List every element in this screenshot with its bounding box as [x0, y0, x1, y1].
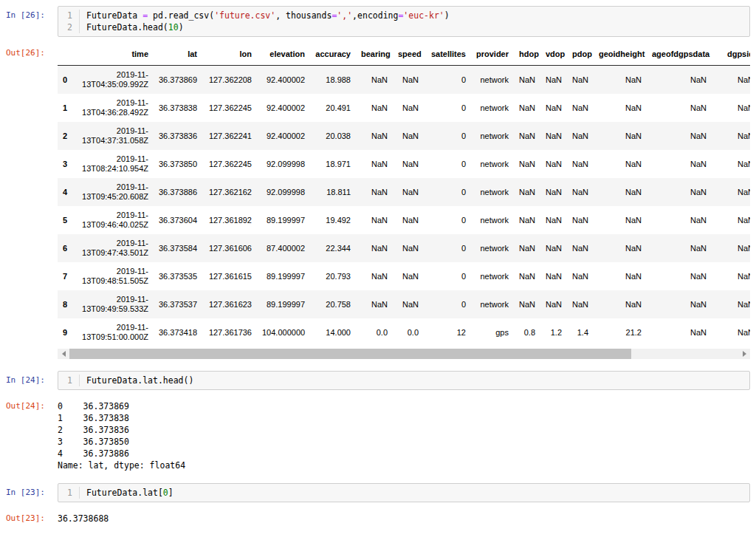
- df-row-index: 9: [58, 318, 71, 346]
- df-cell: 0.0: [393, 318, 424, 346]
- df-cell: NaN: [647, 150, 712, 178]
- df-cell: 127.362245: [202, 94, 257, 122]
- df-col-header: bearing: [356, 44, 393, 66]
- df-cell: NaN: [540, 234, 567, 262]
- output-cell-23: Out[23]: 36.3738688: [6, 509, 750, 524]
- df-cell: NaN: [393, 234, 424, 262]
- horizontal-scrollbar[interactable]: [58, 349, 750, 359]
- df-cell: network: [471, 94, 514, 122]
- code-editor-24[interactable]: 1FutureData.lat.head(): [58, 371, 750, 390]
- df-cell: 36.373838: [154, 94, 202, 122]
- code-editor-23[interactable]: 1FutureData.lat[0]: [58, 483, 750, 502]
- df-cell: NaN: [540, 206, 567, 234]
- df-cell: 127.361736: [202, 318, 257, 346]
- line-number: 1: [58, 10, 79, 21]
- df-cell: network: [471, 234, 514, 262]
- df-cell: 36.373604: [154, 206, 202, 234]
- scrollbar-thumb[interactable]: [69, 349, 631, 359]
- df-cell: NaN: [514, 234, 540, 262]
- df-cell: NaN: [514, 94, 540, 122]
- df-cell: NaN: [594, 290, 647, 318]
- df-cell: 36.373418: [154, 318, 202, 346]
- df-col-header: lat: [154, 44, 202, 66]
- right-arrow-icon: [743, 351, 746, 357]
- df-cell: 18.811: [310, 178, 356, 206]
- df-cell: NaN: [567, 290, 594, 318]
- df-cell: NaN: [594, 150, 647, 178]
- df-cell: 2019-11-13T09:47:43.501Z: [71, 234, 154, 262]
- df-cell: 36.373836: [154, 122, 202, 150]
- df-cell: 20.491: [310, 94, 356, 122]
- df-cell: NaN: [712, 262, 750, 290]
- df-cell: 2019-11-13T09:45:20.608Z: [71, 178, 154, 206]
- df-cell: 21.2: [594, 318, 647, 346]
- df-row-index: 4: [58, 178, 71, 206]
- df-cell: NaN: [514, 290, 540, 318]
- df-cell: 92.099998: [257, 150, 310, 178]
- df-cell: 2019-11-13T08:24:10.954Z: [71, 150, 154, 178]
- output-cell-24: Out[24]: 0 36.373869 1 36.373838 2 36.37…: [6, 397, 750, 471]
- df-cell: 36.373535: [154, 262, 202, 290]
- df-cell: 20.038: [310, 122, 356, 150]
- df-cell: 0: [424, 262, 471, 290]
- df-col-header: geoidheight: [594, 44, 647, 66]
- table-row: 82019-11-13T09:49:59.533Z36.373537127.36…: [58, 290, 750, 318]
- dataframe-output: timelatlonelevationaccuracybearingspeeds…: [58, 44, 750, 346]
- df-cell: NaN: [567, 94, 594, 122]
- df-cell: 0: [424, 150, 471, 178]
- code-text: FutureData.lat.head(): [79, 375, 749, 386]
- df-cell: network: [471, 122, 514, 150]
- df-row-index: 6: [58, 234, 71, 262]
- df-row-index: 7: [58, 262, 71, 290]
- df-cell: NaN: [540, 178, 567, 206]
- df-col-header: ageofdgpsdata: [647, 44, 712, 66]
- df-cell: NaN: [567, 122, 594, 150]
- df-cell: 127.362245: [202, 150, 257, 178]
- scroll-left-button[interactable]: [58, 349, 69, 359]
- line-number: 1: [58, 375, 79, 386]
- table-row: 42019-11-13T09:45:20.608Z36.373886127.36…: [58, 178, 750, 206]
- output-prompt-26: Out[26]:: [6, 44, 58, 58]
- df-cell: 2019-11-13T04:36:28.492Z: [71, 94, 154, 122]
- df-cell: network: [471, 150, 514, 178]
- df-col-header: dgpsid: [712, 44, 750, 66]
- df-cell: 36.373869: [154, 66, 202, 95]
- code-editor-26[interactable]: 1FutureData = pd.read_csv('future.csv', …: [58, 6, 750, 37]
- df-cell: NaN: [356, 290, 393, 318]
- df-cell: NaN: [393, 178, 424, 206]
- df-cell: NaN: [567, 150, 594, 178]
- df-cell: 89.199997: [257, 262, 310, 290]
- df-cell: NaN: [393, 150, 424, 178]
- df-cell: 0.0: [356, 318, 393, 346]
- df-row-index: 3: [58, 150, 71, 178]
- table-row: 12019-11-13T04:36:28.492Z36.373838127.36…: [58, 94, 750, 122]
- df-cell: NaN: [647, 178, 712, 206]
- df-cell: NaN: [393, 66, 424, 95]
- df-cell: NaN: [540, 122, 567, 150]
- df-cell: NaN: [594, 94, 647, 122]
- df-cell: NaN: [712, 178, 750, 206]
- code-line: 1FutureData.lat.head(): [58, 375, 749, 386]
- df-cell: 92.400002: [257, 94, 310, 122]
- left-arrow-icon: [62, 351, 66, 357]
- df-cell: 0: [424, 66, 471, 95]
- table-row: 62019-11-13T09:47:43.501Z36.373584127.36…: [58, 234, 750, 262]
- df-cell: NaN: [514, 150, 540, 178]
- df-cell: 18.971: [310, 150, 356, 178]
- df-cell: NaN: [540, 94, 567, 122]
- df-cell: 0: [424, 94, 471, 122]
- scroll-right-button[interactable]: [738, 349, 750, 359]
- jupyter-notebook: In [26]: 1FutureData = pd.read_csv('futu…: [0, 0, 756, 524]
- scrollbar-track[interactable]: [69, 349, 738, 359]
- df-cell: NaN: [540, 66, 567, 95]
- df-cell: NaN: [393, 262, 424, 290]
- df-cell: 127.362241: [202, 122, 257, 150]
- df-cell: NaN: [514, 206, 540, 234]
- df-cell: NaN: [647, 206, 712, 234]
- df-cell: 1.4: [567, 318, 594, 346]
- df-cell: NaN: [514, 178, 540, 206]
- df-cell: 19.492: [310, 206, 356, 234]
- df-col-header: speed: [393, 44, 424, 66]
- input-prompt-23: In [23]:: [6, 483, 58, 497]
- df-cell: 92.400002: [257, 122, 310, 150]
